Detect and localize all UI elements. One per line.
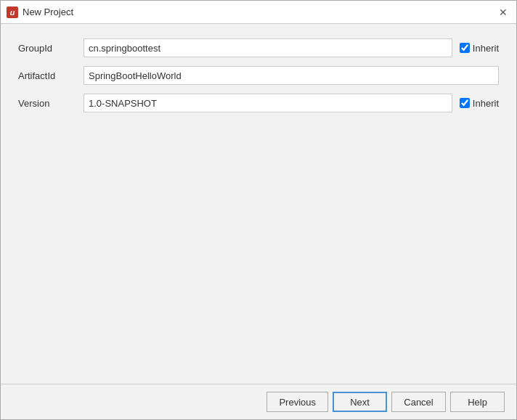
- cancel-button[interactable]: Cancel: [391, 392, 446, 412]
- new-project-dialog: u New Project ✕ GroupId Inherit Artifact…: [0, 0, 517, 420]
- group-id-inherit-wrapper: Inherit: [460, 43, 499, 54]
- artifact-id-row: ArtifactId: [18, 66, 499, 85]
- group-id-row: GroupId Inherit: [18, 38, 499, 57]
- group-id-input[interactable]: [84, 38, 452, 57]
- title-bar-left: u New Project: [7, 7, 73, 18]
- dialog-content: GroupId Inherit ArtifactId Version Inher…: [1, 24, 516, 384]
- version-row: Version Inherit: [18, 94, 499, 112]
- help-button[interactable]: Help: [450, 392, 505, 412]
- version-inherit-checkbox[interactable]: [460, 98, 470, 108]
- artifact-id-input[interactable]: [84, 66, 499, 85]
- previous-button[interactable]: Previous: [266, 392, 328, 412]
- artifact-id-label: ArtifactId: [18, 70, 76, 81]
- app-icon: u: [7, 7, 18, 18]
- dialog-title: New Project: [23, 7, 73, 17]
- next-button[interactable]: Next: [333, 392, 387, 412]
- version-label: Version: [18, 98, 76, 109]
- close-button[interactable]: ✕: [496, 5, 510, 20]
- title-bar: u New Project ✕: [1, 1, 516, 24]
- dialog-footer: Previous Next Cancel Help: [1, 384, 516, 419]
- version-inherit-label: Inherit: [473, 98, 499, 109]
- group-id-label: GroupId: [18, 43, 76, 54]
- version-input[interactable]: [84, 94, 452, 112]
- group-id-inherit-label: Inherit: [473, 43, 499, 54]
- version-inherit-wrapper: Inherit: [460, 98, 499, 109]
- group-id-inherit-checkbox[interactable]: [460, 43, 470, 53]
